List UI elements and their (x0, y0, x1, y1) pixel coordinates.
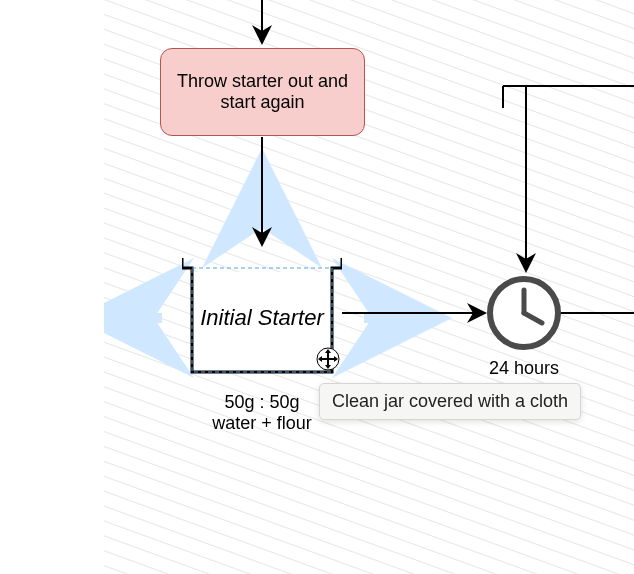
caption-clock: 24 hours (434, 358, 614, 379)
diagram-canvas[interactable]: Throw starter out and start again Initia… (104, 0, 634, 574)
left-sidebar-panel (0, 0, 104, 574)
tooltip: Clean jar covered with a cloth (319, 383, 581, 420)
node-initial-starter-label: Initial Starter (200, 305, 324, 331)
move-handle-icon[interactable] (316, 347, 340, 371)
node-clock[interactable] (490, 279, 558, 347)
